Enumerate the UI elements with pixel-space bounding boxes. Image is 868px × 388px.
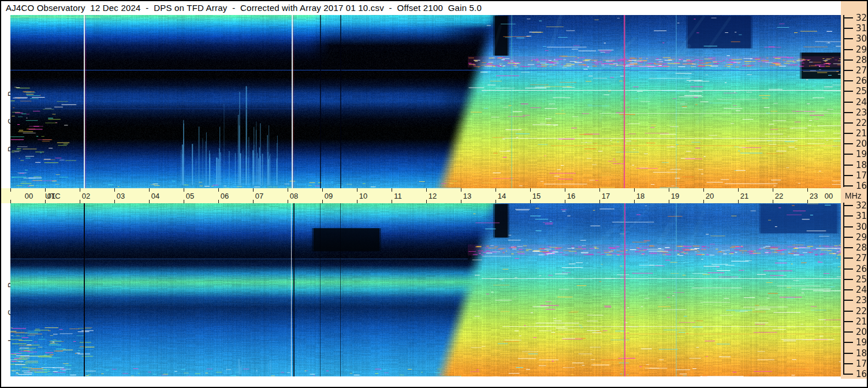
lcp-freq-label: 25: [856, 274, 867, 285]
rcp-freq-tick-32: [844, 17, 853, 18]
time-tick-13: [461, 188, 461, 192]
rcp-freq-label: 30: [856, 33, 867, 44]
time-label: 06: [221, 192, 229, 200]
time-label: 18: [636, 192, 645, 200]
utc-suffix-label: UTC: [45, 192, 61, 200]
time-tick-12: [426, 188, 427, 192]
rcp-freq-tick-25: [844, 91, 853, 92]
time-tick-07: [253, 200, 254, 203]
lcp-freq-tick-18: [844, 353, 853, 354]
rcp-freq-tick-16: [844, 185, 853, 186]
time-label: 08: [290, 192, 298, 200]
time-tick-23: [807, 188, 808, 192]
lcp-freq-tick-29: [844, 237, 853, 238]
time-label: 13: [463, 192, 471, 200]
rcp-freq-tick-24: [844, 102, 853, 103]
time-tick-09: [322, 188, 323, 192]
time-tick-06: [218, 200, 219, 203]
time-label: 10: [359, 192, 367, 200]
time-tick-14: [496, 200, 496, 203]
rcp-freq-tick-19: [844, 154, 853, 155]
time-tick-10: [357, 188, 357, 192]
title-bar: AJ4CO Observatory 12 Dec 2024 - DPS on T…: [1, 1, 841, 15]
lcp-freq-label: 19: [856, 337, 867, 348]
lcp-freq-label: 23: [856, 295, 867, 305]
time-tick-13: [461, 200, 461, 203]
time-tick-12: [426, 200, 427, 203]
time-tick-19: [669, 200, 669, 203]
time-label: 15: [532, 192, 541, 200]
time-tick-03: [114, 200, 115, 203]
lcp-freq-tick-23: [844, 300, 853, 301]
lcp-freq-label: 28: [856, 242, 867, 253]
lcp-freq-tick-17: [844, 363, 853, 364]
time-tick-10: [357, 200, 357, 203]
rcp-spectrogram-canvas: [10, 15, 842, 188]
lcp-spectrogram-canvas: [10, 203, 842, 376]
time-tick-02: [80, 188, 80, 192]
rcp-freq-tick-26: [844, 80, 853, 81]
time-label: 17: [602, 192, 610, 200]
time-label: 21: [740, 192, 748, 200]
time-tick-00: [10, 188, 11, 192]
rcp-freq-label: 27: [856, 65, 867, 76]
time-tick-11: [392, 200, 392, 203]
lcp-freq-label: 17: [856, 359, 867, 369]
time-tick-22: [773, 200, 773, 203]
time-tick-18: [634, 188, 635, 192]
time-tick-14: [496, 188, 496, 192]
lcp-freq-tick-20: [844, 331, 853, 333]
lcp-freq-tick-27: [844, 258, 853, 259]
rcp-freq-tick-23: [844, 112, 853, 113]
time-tick-09: [322, 200, 323, 203]
time-tick-07: [253, 188, 254, 192]
app-frame: AJ4CO Observatory 12 Dec 2024 - DPS on T…: [0, 0, 868, 388]
lcp-freq-label: 24: [856, 285, 867, 295]
time-label: 04: [151, 192, 159, 200]
lcp-freq-label: 20: [856, 327, 867, 337]
lcp-freq-tick-25: [844, 279, 853, 280]
time-label: 02: [82, 192, 90, 200]
rcp-freq-tick-21: [844, 133, 853, 134]
rcp-freq-label: 29: [856, 44, 867, 55]
rcp-freq-tick-31: [844, 28, 853, 29]
time-label: 11: [394, 192, 402, 200]
time-label: 00: [825, 192, 833, 200]
lcp-freq-label: 29: [856, 232, 867, 242]
time-tick-11: [392, 188, 392, 192]
rcp-freq-label: 21: [856, 128, 867, 139]
time-tick-21: [738, 188, 739, 192]
time-tick-18: [634, 200, 635, 203]
time-tick-20: [703, 188, 704, 192]
lcp-freq-tick-30: [844, 226, 853, 227]
lcp-freq-label: 31: [856, 211, 867, 221]
rcp-freq-label: 23: [856, 107, 867, 118]
time-label: 22: [775, 192, 783, 200]
time-tick-03: [114, 188, 115, 192]
lcp-freq-label: 16: [856, 369, 867, 379]
time-tick-16: [565, 188, 565, 192]
rcp-freq-label: 19: [856, 149, 867, 159]
lcp-freq-tick-21: [844, 321, 853, 322]
rcp-freq-tick-27: [844, 70, 853, 71]
rcp-freq-tick-17: [844, 175, 853, 176]
lcp-freq-tick-26: [844, 268, 853, 270]
time-label: 14: [498, 192, 506, 200]
time-label: 20: [706, 192, 714, 200]
lcp-freq-label: 30: [856, 222, 867, 232]
lcp-freq-label: 27: [856, 253, 867, 263]
mhz-unit-label: MHz: [845, 191, 862, 200]
lcp-freq-label: 21: [856, 316, 867, 327]
time-label: 23: [810, 192, 818, 200]
rcp-freq-tick-18: [844, 165, 853, 166]
rcp-freq-label: 17: [856, 170, 867, 181]
rcp-freq-label: 20: [856, 139, 867, 149]
rcp-freq-tick-22: [844, 122, 853, 124]
rcp-freq-tick-28: [844, 59, 853, 61]
lcp-frequency-axis-line: [843, 203, 844, 375]
frequency-axis-margin: 3231302928272625242322212019181716323130…: [841, 1, 867, 379]
rcp-freq-label: 32: [856, 13, 867, 23]
lcp-freq-label: 22: [856, 306, 867, 316]
time-tick-17: [599, 188, 600, 192]
time-tick-20: [703, 200, 704, 203]
